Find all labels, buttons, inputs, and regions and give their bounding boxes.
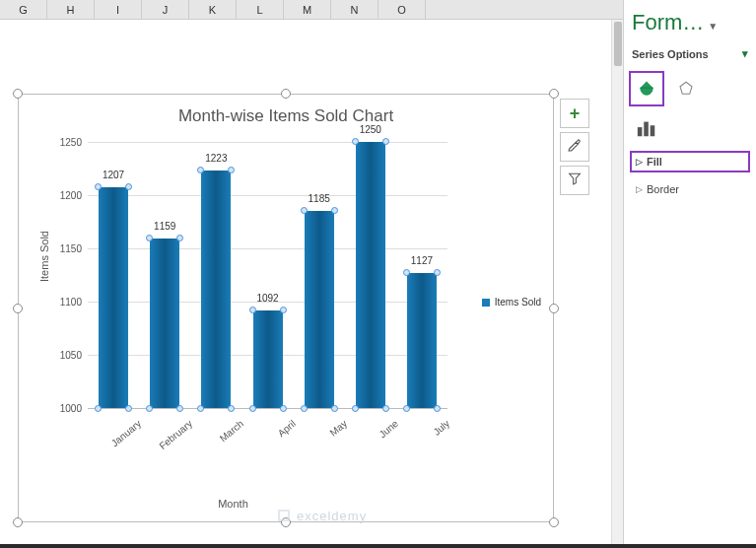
- bar[interactable]: 1207: [99, 187, 128, 408]
- bottom-border: [0, 544, 756, 548]
- resize-handle[interactable]: [13, 304, 23, 313]
- chart-filter-button[interactable]: [560, 166, 589, 195]
- chart-title[interactable]: Month-wise Items Sold Chart: [19, 95, 553, 134]
- bar-selection-handle[interactable]: [249, 307, 256, 313]
- bar-selection-handle[interactable]: [125, 183, 132, 190]
- y-tick-label: 1050: [60, 350, 82, 361]
- bar-selection-handle[interactable]: [382, 138, 389, 145]
- bar-selection-handle[interactable]: [403, 405, 410, 412]
- chart-bars[interactable]: 1207115912231092118512501127: [88, 142, 447, 408]
- add-element-button[interactable]: +: [560, 99, 589, 128]
- resize-handle[interactable]: [13, 89, 23, 99]
- chevron-down-icon[interactable]: ▼: [708, 21, 718, 32]
- bar-selection-handle[interactable]: [146, 235, 153, 241]
- y-tick-label: 1250: [60, 137, 82, 148]
- border-section[interactable]: ▷ Border: [632, 180, 748, 198]
- resize-handle[interactable]: [13, 517, 23, 527]
- bar-selection-handle[interactable]: [403, 269, 410, 276]
- chevron-right-icon: ▷: [636, 184, 643, 194]
- bar-selection-handle[interactable]: [228, 167, 235, 173]
- chart-object[interactable]: Month-wise Items Sold Chart Items Sold M…: [18, 94, 554, 522]
- col-h[interactable]: H: [47, 0, 95, 19]
- watermark-icon: [276, 508, 292, 523]
- col-g[interactable]: G: [0, 0, 47, 19]
- bar-selection-handle[interactable]: [197, 167, 204, 173]
- resize-handle[interactable]: [549, 89, 559, 99]
- svg-rect-1: [638, 127, 643, 136]
- bar[interactable]: 1127: [407, 273, 437, 408]
- bar-selection-handle[interactable]: [146, 405, 153, 412]
- bar-selection-handle[interactable]: [382, 405, 389, 412]
- data-label: 1207: [103, 170, 124, 180]
- bar-selection-handle[interactable]: [352, 405, 359, 412]
- chevron-down-icon: ▾: [742, 47, 748, 60]
- pane-title[interactable]: Form… ▼: [632, 10, 748, 35]
- x-axis-title[interactable]: Month: [19, 498, 447, 510]
- series-options-dropdown[interactable]: Series Options ▾: [632, 47, 748, 60]
- bar-selection-handle[interactable]: [280, 405, 287, 412]
- bar-selection-handle[interactable]: [434, 269, 441, 276]
- svg-rect-2: [644, 122, 649, 137]
- svg-rect-3: [651, 125, 655, 136]
- bar-selection-handle[interactable]: [434, 405, 441, 412]
- bar-selection-handle[interactable]: [125, 405, 132, 412]
- x-axis-line: [88, 408, 447, 409]
- col-k[interactable]: K: [189, 0, 237, 19]
- legend-label: Items Sold: [495, 297, 541, 308]
- bar[interactable]: 1092: [253, 310, 283, 408]
- bar-selection-handle[interactable]: [301, 405, 308, 412]
- plus-icon: +: [570, 103, 581, 124]
- bar[interactable]: 1223: [201, 171, 231, 408]
- scrollbar-thumb[interactable]: [614, 22, 622, 66]
- data-label: 1159: [154, 221, 175, 232]
- bar[interactable]: 1250: [356, 142, 385, 408]
- brush-icon: [567, 137, 583, 157]
- vertical-scrollbar[interactable]: [611, 20, 623, 548]
- col-m[interactable]: M: [284, 0, 331, 19]
- legend-swatch: [482, 299, 490, 307]
- resize-handle[interactable]: [549, 304, 559, 313]
- y-axis-title[interactable]: Items Sold: [38, 231, 50, 282]
- col-i[interactable]: I: [95, 0, 142, 19]
- watermark: exceldemy: [276, 508, 367, 523]
- x-tick-label: June: [348, 418, 400, 464]
- fill-section[interactable]: ▷ Fill: [632, 153, 748, 171]
- bar-selection-handle[interactable]: [228, 405, 235, 412]
- col-j[interactable]: J: [142, 0, 189, 19]
- worksheet-area[interactable]: Month-wise Items Sold Chart Items Sold M…: [0, 20, 611, 548]
- chart-legend[interactable]: Items Sold: [482, 297, 541, 308]
- y-tick-label: 1200: [60, 190, 82, 201]
- bar-selection-handle[interactable]: [331, 207, 338, 214]
- x-tick-label: July: [399, 418, 451, 464]
- chart-element-buttons: +: [560, 99, 589, 195]
- col-l[interactable]: L: [237, 0, 284, 19]
- bar-selection-handle[interactable]: [331, 405, 338, 412]
- bar-selection-handle[interactable]: [176, 405, 183, 412]
- format-pane: Form… ▼ Series Options ▾ ▷ Fill ▷ Border: [623, 0, 756, 548]
- format-category-icons: [632, 74, 748, 103]
- x-axis-labels: JanuaryFebruaryMarchAprilMayJuneJuly: [88, 412, 447, 451]
- bar-selection-handle[interactable]: [95, 183, 102, 190]
- resize-handle[interactable]: [549, 517, 559, 527]
- fill-line-icon[interactable]: [632, 74, 661, 103]
- bar-selection-handle[interactable]: [197, 405, 204, 412]
- bar-selection-handle[interactable]: [352, 138, 359, 145]
- y-axis-ticks: 100010501100115012001250: [56, 142, 86, 408]
- col-n[interactable]: N: [331, 0, 378, 19]
- bar-selection-handle[interactable]: [301, 207, 308, 214]
- chart-style-button[interactable]: [560, 132, 589, 162]
- effects-icon[interactable]: [671, 74, 701, 103]
- bar[interactable]: 1159: [150, 239, 179, 408]
- data-label: 1250: [360, 124, 381, 135]
- x-tick-label: February: [142, 418, 194, 464]
- bar-selection-handle[interactable]: [176, 235, 183, 241]
- resize-handle[interactable]: [281, 89, 291, 99]
- bar[interactable]: 1185: [305, 211, 334, 408]
- col-o[interactable]: O: [378, 0, 426, 19]
- series-options-icon[interactable]: [632, 113, 661, 143]
- bar-selection-handle[interactable]: [249, 405, 256, 412]
- bar-selection-handle[interactable]: [280, 307, 287, 313]
- bar-selection-handle[interactable]: [95, 405, 102, 412]
- filter-icon: [567, 171, 583, 190]
- data-label: 1223: [205, 153, 227, 164]
